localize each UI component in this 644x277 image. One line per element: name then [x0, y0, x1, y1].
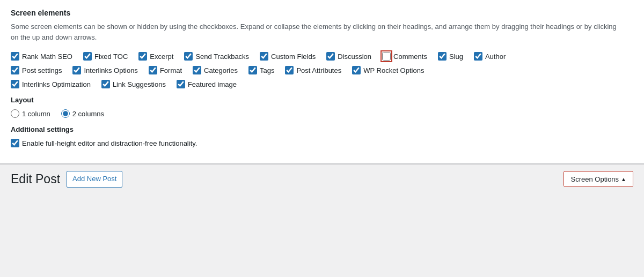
checkbox-item-cb-rank-math[interactable]: Rank Math SEO [11, 52, 72, 61]
layout-1col-label[interactable]: 1 column [22, 110, 50, 118]
cb-fixed-toc-checkbox[interactable] [83, 52, 92, 61]
add-new-post-button[interactable]: Add New Post [67, 171, 122, 188]
cb-author-label[interactable]: Author [485, 53, 506, 61]
cb-interlinks-optimization-label[interactable]: Interlinks Optimization [22, 80, 91, 88]
additional-settings-title: Additional settings [11, 125, 633, 133]
layout-2col-radio[interactable] [61, 109, 70, 118]
bottom-bar: Edit Post Add New Post Screen Options ▲ [0, 164, 644, 194]
checkbox-item-cb-link-suggestions[interactable]: Link Suggestions [101, 80, 166, 88]
cb-full-height-checkbox[interactable] [11, 139, 19, 147]
layout-radio-row: 1 column2 columns [11, 109, 633, 118]
checkbox-row-1: Rank Math SEOFixed TOCExcerptSend Trackb… [11, 52, 633, 61]
cb-excerpt-checkbox[interactable] [138, 52, 147, 61]
panel-description: Some screen elements can be shown or hid… [11, 21, 623, 42]
cb-interlinks-optimization-checkbox[interactable] [11, 80, 19, 88]
cb-rank-math-checkbox[interactable] [11, 52, 19, 61]
cb-link-suggestions-label[interactable]: Link Suggestions [113, 80, 166, 88]
radio-item-layout-2col[interactable]: 2 columns [61, 109, 104, 118]
checkbox-item-cb-slug[interactable]: Slug [438, 52, 463, 61]
checkbox-item-cb-interlinks-optimization[interactable]: Interlinks Optimization [11, 80, 91, 88]
cb-categories-checkbox[interactable] [193, 66, 201, 74]
checkbox-item-cb-interlinks-options[interactable]: Interlinks Options [72, 66, 137, 74]
cb-slug-label[interactable]: Slug [449, 53, 463, 61]
checkbox-row-additional: Enable full-height editor and distractio… [11, 139, 633, 147]
cb-format-checkbox[interactable] [149, 66, 157, 74]
checkbox-item-cb-custom-fields[interactable]: Custom Fields [260, 52, 316, 61]
cb-comments-checkbox[interactable] [382, 52, 391, 61]
cb-post-settings-label[interactable]: Post settings [22, 66, 62, 74]
screen-options-panel: Screen elements Some screen elements can… [0, 0, 644, 164]
layout-2col-label[interactable]: 2 columns [72, 110, 104, 118]
checkbox-item-cb-tags[interactable]: Tags [248, 66, 274, 74]
checkbox-item-cb-wp-rocket[interactable]: WP Rocket Options [352, 66, 424, 74]
cb-post-attributes-checkbox[interactable] [285, 66, 294, 74]
cb-slug-checkbox[interactable] [438, 52, 447, 61]
cb-custom-fields-checkbox[interactable] [260, 52, 268, 61]
cb-categories-label[interactable]: Categories [204, 66, 238, 74]
screen-options-label: Screen Options [570, 175, 619, 183]
checkbox-row-2: Post settingsInterlinks OptionsFormatCat… [11, 66, 633, 74]
checkbox-item-cb-author[interactable]: Author [474, 52, 506, 61]
cb-tags-checkbox[interactable] [248, 66, 257, 74]
checkbox-item-cb-categories[interactable]: Categories [193, 66, 238, 74]
checkbox-row-3: Interlinks OptimizationLink SuggestionsF… [11, 80, 633, 88]
cb-rank-math-label[interactable]: Rank Math SEO [22, 53, 72, 61]
layout-label: Layout [11, 96, 633, 104]
edit-post-title: Edit Post [11, 172, 60, 186]
arrow-up-icon: ▲ [621, 176, 626, 182]
cb-wp-rocket-label[interactable]: WP Rocket Options [363, 66, 424, 74]
cb-discussion-checkbox[interactable] [326, 52, 335, 61]
checkbox-item-cb-post-settings[interactable]: Post settings [11, 66, 62, 74]
cb-custom-fields-label[interactable]: Custom Fields [271, 53, 316, 61]
cb-featured-image-checkbox[interactable] [177, 80, 185, 88]
layout-1col-radio[interactable] [11, 109, 19, 118]
cb-full-height-label[interactable]: Enable full-height editor and distractio… [22, 139, 197, 147]
checkbox-item-cb-post-attributes[interactable]: Post Attributes [285, 66, 341, 74]
checkbox-item-cb-featured-image[interactable]: Featured image [177, 80, 237, 88]
cb-comments-label[interactable]: Comments [393, 53, 427, 61]
cb-send-trackbacks-label[interactable]: Send Trackbacks [195, 53, 249, 61]
cb-interlinks-options-label[interactable]: Interlinks Options [84, 66, 137, 74]
checkbox-item-cb-format[interactable]: Format [149, 66, 182, 74]
checkbox-item-cb-fixed-toc[interactable]: Fixed TOC [83, 52, 128, 61]
cb-send-trackbacks-checkbox[interactable] [184, 52, 193, 61]
cb-featured-image-label[interactable]: Featured image [188, 80, 237, 88]
cb-format-label[interactable]: Format [160, 66, 182, 74]
cb-discussion-label[interactable]: Discussion [338, 53, 371, 61]
cb-link-suggestions-checkbox[interactable] [101, 80, 110, 88]
cb-fixed-toc-label[interactable]: Fixed TOC [94, 53, 128, 61]
cb-interlinks-options-checkbox[interactable] [72, 66, 81, 74]
cb-tags-label[interactable]: Tags [260, 66, 274, 74]
cb-post-settings-checkbox[interactable] [11, 66, 19, 74]
checkbox-item-cb-send-trackbacks[interactable]: Send Trackbacks [184, 52, 249, 61]
checkbox-item-cb-comments[interactable]: Comments [382, 52, 427, 61]
screen-options-button[interactable]: Screen Options ▲ [564, 171, 633, 187]
checkbox-item-cb-full-height[interactable]: Enable full-height editor and distractio… [11, 139, 197, 147]
cb-excerpt-label[interactable]: Excerpt [150, 53, 173, 61]
cb-author-checkbox[interactable] [474, 52, 482, 61]
radio-item-layout-1col[interactable]: 1 column [11, 109, 50, 118]
edit-post-area: Edit Post Add New Post [11, 171, 122, 188]
checkbox-item-cb-excerpt[interactable]: Excerpt [138, 52, 173, 61]
cb-post-attributes-label[interactable]: Post Attributes [296, 66, 341, 74]
checkbox-item-cb-discussion[interactable]: Discussion [326, 52, 371, 61]
cb-wp-rocket-checkbox[interactable] [352, 66, 361, 74]
panel-title: Screen elements [11, 9, 633, 17]
